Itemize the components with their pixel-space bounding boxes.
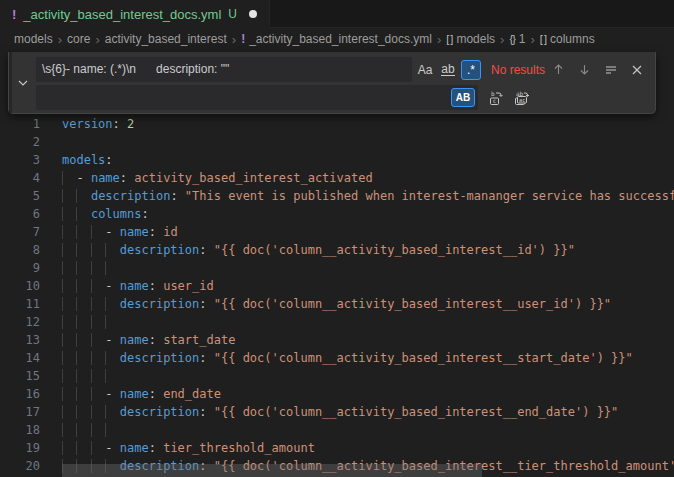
code-line[interactable]: 19 - name: tier_threshold_amount — [0, 439, 674, 457]
line-number[interactable]: 2 — [0, 133, 40, 151]
code-text: - name: end_date — [62, 385, 674, 403]
match-case-button[interactable]: Aa — [415, 60, 435, 80]
line-number[interactable]: 9 — [0, 259, 40, 277]
tab-filename: _activity_based_interest_docs.yml — [23, 7, 221, 22]
line-number[interactable]: 14 — [0, 349, 40, 367]
line-number[interactable]: 18 — [0, 421, 40, 439]
breadcrumb-label: core — [67, 32, 90, 46]
breadcrumb-label: models — [14, 32, 53, 46]
code-line[interactable]: 5 description: "This event is published … — [0, 187, 674, 205]
code-line[interactable]: 15 — [0, 367, 674, 385]
breadcrumb-separator: › — [436, 32, 442, 47]
code-line[interactable]: 2 — [0, 133, 674, 151]
git-untracked-badge: U — [228, 7, 237, 21]
gutter-gap — [40, 421, 62, 439]
replace-input[interactable]: - name: $1\n description: "{{ doc('colum… — [36, 85, 478, 110]
breadcrumb-separator: › — [530, 32, 536, 47]
breadcrumb-label: columns — [550, 32, 595, 46]
line-number[interactable]: 10 — [0, 277, 40, 295]
horizontal-scrollbar[interactable] — [62, 464, 482, 477]
breadcrumb-item[interactable]: [ ]models — [446, 32, 495, 46]
code-line[interactable]: 13 - name: start_date — [0, 331, 674, 349]
line-number[interactable]: 5 — [0, 187, 40, 205]
line-number[interactable]: 15 — [0, 367, 40, 385]
code-line[interactable]: 10 - name: user_id — [0, 277, 674, 295]
code-line[interactable]: 14 description: "{{ doc('column__activit… — [0, 349, 674, 367]
whole-word-button[interactable]: ab — [438, 60, 458, 80]
gutter-gap — [40, 403, 62, 421]
gutter-gap — [40, 457, 62, 475]
breadcrumb-separator: › — [94, 32, 100, 47]
line-number[interactable]: 17 — [0, 403, 40, 421]
breadcrumb-item[interactable]: activity_based_interest — [105, 32, 227, 46]
breadcrumb-item[interactable]: {}1 — [509, 32, 525, 46]
gutter-gap — [40, 367, 62, 385]
code-text — [62, 421, 674, 439]
code-line[interactable]: 12 — [0, 313, 674, 331]
line-number[interactable]: 12 — [0, 313, 40, 331]
breadcrumb-item[interactable]: !_activity_based_interest_docs.yml — [241, 32, 432, 46]
arrow-down-icon — [578, 63, 591, 76]
close-find-widget-button[interactable] — [627, 60, 646, 79]
find-replace-widget: \s{6}- name: (.*)\n description: "" Aa a… — [8, 52, 656, 114]
code-line[interactable]: 3models: — [0, 151, 674, 169]
gutter-gap — [40, 313, 62, 331]
replace-all-button[interactable]: ab ac — [512, 88, 531, 107]
line-number[interactable]: 20 — [0, 457, 40, 475]
code-text: description: "{{ doc('column__activity_b… — [62, 403, 674, 421]
line-number[interactable]: 7 — [0, 223, 40, 241]
code-text: description: "{{ doc('column__activity_b… — [62, 349, 674, 367]
code-text: - name: activity_based_interest_activate… — [62, 169, 674, 187]
vscode-window: ! _activity_based_interest_docs.yml U mo… — [0, 0, 674, 477]
replace-icon: b c — [488, 90, 504, 106]
breadcrumb-label: 1 — [519, 32, 526, 46]
code-line[interactable]: 11 description: "{{ doc('column__activit… — [0, 295, 674, 313]
preserve-case-button[interactable]: AB — [451, 88, 475, 107]
code-line[interactable]: 8 description: "{{ doc('column__activity… — [0, 241, 674, 259]
gutter-gap — [40, 277, 62, 295]
breadcrumb-item[interactable]: core — [67, 32, 90, 46]
gutter-gap — [40, 349, 62, 367]
line-number[interactable]: 3 — [0, 151, 40, 169]
code-editor[interactable]: 1version: 223models:4 - name: activity_b… — [0, 50, 674, 477]
gutter-gap — [40, 331, 62, 349]
line-number[interactable]: 4 — [0, 169, 40, 187]
breadcrumb-separator: › — [231, 32, 237, 47]
line-number[interactable]: 1 — [0, 115, 40, 133]
line-number[interactable]: 16 — [0, 385, 40, 403]
code-line[interactable]: 1version: 2 — [0, 115, 674, 133]
toggle-replace-button[interactable] — [12, 52, 34, 113]
regex-icon: .* — [467, 63, 475, 77]
line-number[interactable]: 8 — [0, 241, 40, 259]
find-in-selection-button[interactable] — [601, 60, 620, 79]
code-text: models: — [62, 151, 674, 169]
line-number[interactable]: 13 — [0, 331, 40, 349]
gutter-gap — [40, 151, 62, 169]
regex-button[interactable]: .* — [461, 60, 481, 80]
replace-button[interactable]: b c — [486, 88, 505, 107]
find-input[interactable]: \s{6}- name: (.*)\n description: "" — [36, 57, 412, 82]
breadcrumb-item[interactable]: [ ]columns — [540, 32, 595, 46]
selection-lines-icon — [604, 63, 618, 77]
line-number[interactable]: 19 — [0, 439, 40, 457]
unsaved-changes-dot-icon[interactable] — [249, 10, 257, 18]
code-text: version: 2 — [62, 115, 674, 133]
line-number[interactable]: 11 — [0, 295, 40, 313]
code-line[interactable]: 17 description: "{{ doc('column__activit… — [0, 403, 674, 421]
gutter-gap — [40, 439, 62, 457]
code-text — [62, 133, 674, 151]
chevron-down-icon — [17, 77, 29, 89]
code-line[interactable]: 7 - name: id — [0, 223, 674, 241]
code-line[interactable]: 4 - name: activity_based_interest_activa… — [0, 169, 674, 187]
editor-tab[interactable]: ! _activity_based_interest_docs.yml U — [0, 0, 270, 28]
code-line[interactable]: 6 columns: — [0, 205, 674, 223]
line-number[interactable]: 6 — [0, 205, 40, 223]
breadcrumb-item[interactable]: models — [14, 32, 53, 46]
next-match-button[interactable] — [575, 60, 594, 79]
code-line[interactable]: 18 — [0, 421, 674, 439]
previous-match-button[interactable] — [549, 60, 568, 79]
code-line[interactable]: 16 - name: end_date — [0, 385, 674, 403]
object-symbol-icon: {} — [509, 33, 514, 45]
code-lines: 1version: 223models:4 - name: activity_b… — [0, 115, 674, 475]
code-line[interactable]: 9 — [0, 259, 674, 277]
